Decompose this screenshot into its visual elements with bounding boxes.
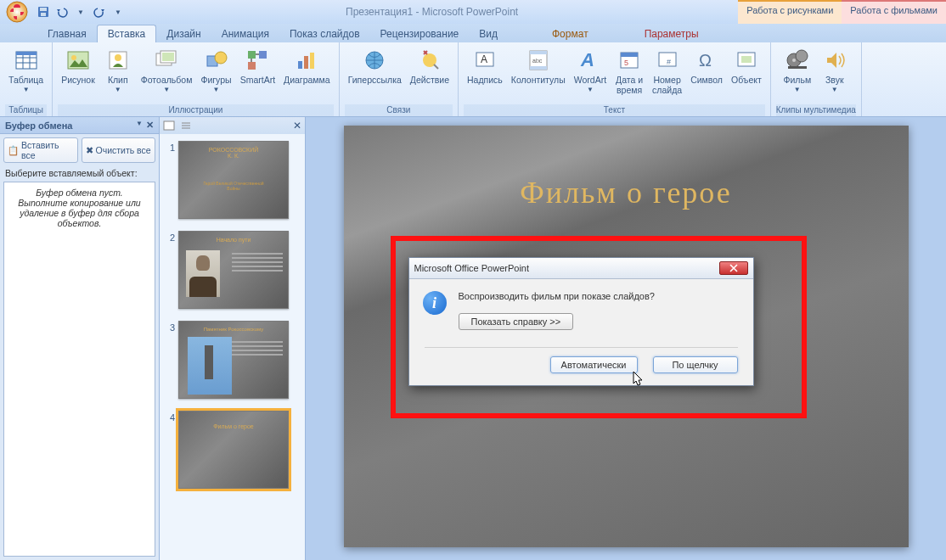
wordart-icon: A bbox=[577, 47, 604, 74]
ribbon-group-text: AНадпись abcКолонтитулы AWordArt▼ 5Дата … bbox=[459, 42, 771, 116]
close-icon[interactable]: ✕ bbox=[146, 120, 154, 131]
svg-rect-3 bbox=[40, 8, 47, 11]
automatically-button[interactable]: Автоматически bbox=[550, 356, 638, 373]
svg-rect-25 bbox=[310, 53, 314, 69]
movie-label: Фильм bbox=[783, 76, 811, 86]
object-label: Объект bbox=[731, 76, 762, 86]
tab-design[interactable]: Дизайн bbox=[156, 25, 211, 42]
pane-options-icon[interactable]: ▼ bbox=[136, 120, 143, 131]
svg-rect-22 bbox=[248, 62, 256, 70]
dialog-close-button[interactable] bbox=[719, 261, 748, 275]
title-bar: ▼ ▼ Презентация1 - Microsoft PowerPoint … bbox=[0, 0, 946, 24]
slide1-subtitle: Герой Великой Отечественной Войны bbox=[179, 181, 288, 191]
thumbnail-3[interactable]: 3 Памятник Рокоссовскому bbox=[163, 321, 301, 399]
smartart-label: SmartArt bbox=[240, 76, 275, 86]
sound-button[interactable]: Звук▼ bbox=[817, 44, 853, 96]
thumbnail-2[interactable]: 2 Начало пути bbox=[163, 231, 301, 309]
chevron-down-icon: ▼ bbox=[163, 86, 170, 93]
object-button[interactable]: Объект bbox=[728, 44, 765, 88]
thumbnail-number: 3 bbox=[163, 321, 175, 333]
ribbon-group-tables: Таблица ▼ Таблицы bbox=[0, 42, 53, 116]
redo-icon[interactable] bbox=[92, 4, 107, 20]
slidenumber-label: Номер слайда bbox=[652, 76, 682, 95]
dialog-question: Воспроизводить фильм при показе слайдов? bbox=[459, 291, 740, 301]
clip-button[interactable]: Клип▼ bbox=[100, 44, 136, 96]
ribbon-group-media: Фильм▼ Звук▼ Клипы мультимедиа bbox=[771, 42, 862, 116]
thumbnail-number: 1 bbox=[163, 141, 175, 153]
save-icon[interactable] bbox=[36, 4, 51, 20]
action-icon bbox=[416, 47, 443, 74]
wordart-button[interactable]: AWordArt▼ bbox=[571, 44, 610, 96]
tab-review[interactable]: Рецензирование bbox=[370, 25, 470, 42]
group-label-illustrations: Иллюстрации bbox=[58, 104, 333, 116]
thumbnail-1[interactable]: 1 РОКОССОВСКИЙ К. К.Герой Великой Отечес… bbox=[163, 141, 301, 219]
svg-rect-46 bbox=[788, 66, 807, 69]
svg-rect-42 bbox=[741, 56, 752, 63]
chevron-down-icon: ▼ bbox=[587, 86, 594, 93]
movie-button[interactable]: Фильм▼ bbox=[780, 44, 815, 96]
tab-animations[interactable]: Анимация bbox=[211, 25, 279, 42]
group-label-links: Связи bbox=[345, 104, 453, 116]
slidenumber-button[interactable]: #Номер слайда bbox=[649, 44, 685, 98]
picture-button[interactable]: Рисунок bbox=[58, 44, 99, 88]
datetime-icon: 5 bbox=[616, 47, 643, 74]
tab-slideshow[interactable]: Показ слайдов bbox=[279, 25, 370, 42]
svg-rect-20 bbox=[248, 51, 256, 59]
tab-format[interactable]: Формат bbox=[542, 25, 599, 42]
context-tab-picture-tools[interactable]: Работа с рисунками bbox=[738, 0, 842, 24]
thumbnail-number: 4 bbox=[163, 411, 175, 423]
chevron-down-icon: ▼ bbox=[23, 86, 30, 93]
slide-thumbnails-pane: ✕ 1 РОКОССОВСКИЙ К. К.Герой Великой Отеч… bbox=[160, 117, 306, 560]
table-label: Таблица bbox=[8, 76, 43, 86]
office-button[interactable] bbox=[2, 0, 32, 24]
headerfooter-label: Колонтитулы bbox=[511, 76, 566, 86]
headerfooter-button[interactable]: abcКолонтитулы bbox=[508, 44, 569, 88]
slides-tab-icon[interactable] bbox=[163, 120, 175, 132]
tab-home[interactable]: Главная bbox=[37, 25, 97, 42]
hyperlink-button[interactable]: Гиперссылка bbox=[345, 44, 405, 88]
slide3-title: Памятник Рокоссовскому bbox=[179, 327, 288, 332]
textbox-icon: A bbox=[471, 47, 498, 74]
svg-point-19 bbox=[215, 52, 227, 64]
context-tab-movie-tools[interactable]: Работа с фильмами bbox=[842, 0, 946, 24]
show-help-button[interactable]: Показать справку >> bbox=[459, 313, 574, 330]
undo-dropdown-icon[interactable]: ▼ bbox=[73, 4, 88, 20]
chart-button[interactable]: Диаграмма bbox=[280, 44, 334, 88]
ribbon-group-links: Гиперссылка Действие Связи bbox=[340, 42, 459, 116]
undo-icon[interactable] bbox=[54, 4, 70, 20]
clipboard-prompt: Выберите вставляемый объект: bbox=[0, 166, 159, 180]
svg-text:5: 5 bbox=[624, 59, 628, 67]
tab-parameters[interactable]: Параметры bbox=[634, 25, 709, 42]
clear-icon: ✖ bbox=[86, 145, 93, 155]
smartart-icon bbox=[244, 47, 271, 74]
hyperlink-label: Гиперссылка bbox=[348, 76, 402, 86]
clear-all-button[interactable]: ✖Очистить все bbox=[82, 137, 156, 163]
photoalbum-button[interactable]: Фотоальбом▼ bbox=[138, 44, 196, 96]
qat-customize-icon[interactable]: ▼ bbox=[110, 4, 126, 20]
quick-access-toolbar: ▼ ▼ bbox=[36, 4, 126, 20]
outline-tab-icon[interactable] bbox=[180, 120, 192, 132]
smartart-button[interactable]: SmartArt bbox=[237, 44, 279, 88]
symbol-button[interactable]: ΩСимвол bbox=[687, 44, 726, 88]
group-label-tables: Таблицы bbox=[5, 104, 47, 116]
sound-label: Звук bbox=[825, 76, 844, 86]
dialog-titlebar[interactable]: Microsoft Office PowerPoint bbox=[409, 258, 753, 279]
slide-canvas[interactable]: Фильм о герое Microsoft Office PowerPoin… bbox=[344, 126, 909, 547]
paste-all-button[interactable]: 📋Вставить все bbox=[3, 137, 78, 163]
tab-insert[interactable]: Вставка bbox=[97, 25, 157, 42]
on-click-button[interactable]: По щелчку bbox=[653, 356, 738, 373]
close-icon[interactable]: ✕ bbox=[293, 120, 301, 132]
shapes-button[interactable]: Фигуры▼ bbox=[197, 44, 234, 96]
thumbnail-4[interactable]: 4 Фильм о герое bbox=[163, 411, 301, 489]
slide-title[interactable]: Фильм о герое bbox=[344, 175, 909, 210]
svg-text:A: A bbox=[481, 53, 487, 65]
datetime-button[interactable]: 5Дата и время bbox=[611, 44, 647, 98]
info-icon: i bbox=[423, 291, 447, 315]
datetime-label: Дата и время bbox=[616, 76, 643, 95]
table-button[interactable]: Таблица ▼ bbox=[5, 44, 47, 96]
textbox-button[interactable]: AНадпись bbox=[464, 44, 506, 88]
tab-view[interactable]: Вид bbox=[469, 25, 508, 42]
thumbnails-list[interactable]: 1 РОКОССОВСКИЙ К. К.Герой Великой Отечес… bbox=[160, 134, 305, 560]
action-button[interactable]: Действие bbox=[407, 44, 453, 88]
chevron-down-icon: ▼ bbox=[213, 86, 220, 93]
